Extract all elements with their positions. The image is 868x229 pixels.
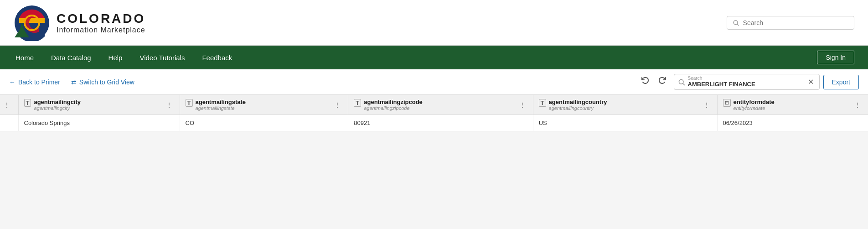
col-type-text-icon-4: T (539, 99, 546, 107)
col-header-agentmailingcountry: T agentmailingcountry agentmailingcountr… (533, 95, 717, 115)
toolbar-left: ← Back to Primer ⇄ Switch to Grid View (9, 78, 134, 86)
row-options-button[interactable]: ⋮ (2, 100, 12, 109)
col-name-agentmailingstate: agentmailingstate (196, 99, 246, 105)
col-header-agentmailingstate: T agentmailingstate agentmailingstate ⋮ (180, 95, 348, 115)
toolbar-right: Search AMBERLIGHT FINANCE ✕ Export (637, 73, 859, 90)
svg-line-8 (682, 83, 684, 85)
table-header-row: ⋮ T agentmailingcity agentmailingcity ⋮ (0, 95, 868, 115)
undo-icon (640, 76, 649, 85)
table-row: Colorado Springs CO 80921 US 06/26/2023 (0, 115, 868, 131)
col-type-grid-icon: ⊞ (723, 99, 731, 107)
col-type-text-icon-2: T (186, 99, 193, 107)
back-to-primer-link[interactable]: ← Back to Primer (9, 78, 60, 86)
site-header: COLORADO Information Marketplace (0, 0, 868, 46)
switch-to-grid-link[interactable]: ⇄ Switch to Grid View (71, 78, 134, 86)
col-menu-button-agentmailingcountry[interactable]: ⋮ (702, 100, 712, 109)
col-sub-agentmailingcity: agentmailingcity (34, 105, 81, 111)
filter-search-text: Search AMBERLIGHT FINANCE (688, 76, 806, 88)
row-menu-col-header: ⋮ (0, 95, 18, 115)
switch-to-grid-label: Switch to Grid View (79, 78, 134, 86)
row-menu-cell (0, 115, 18, 131)
svg-rect-1 (19, 18, 45, 23)
col-name-agentmailingzipcode: agentmailingzipcode (364, 99, 423, 105)
nav-video-tutorials[interactable]: Video Tutorials (138, 47, 186, 69)
filter-search-value: AMBERLIGHT FINANCE (688, 81, 806, 88)
cell-agentmailingcity: Colorado Springs (18, 115, 180, 131)
col-name-agentmailingcountry: agentmailingcountry (549, 99, 607, 105)
filter-search-label: Search (688, 76, 806, 81)
logo-area: COLORADO Information Marketplace (14, 5, 145, 41)
col-menu-button-agentmailingstate[interactable]: ⋮ (332, 100, 342, 109)
logo-subtitle: Information Marketplace (57, 26, 145, 34)
col-type-text-icon: T (24, 99, 31, 107)
col-sub-agentmailingstate: agentmailingstate (196, 105, 246, 111)
colorado-logo (14, 5, 50, 41)
toolbar: ← Back to Primer ⇄ Switch to Grid View (0, 69, 868, 95)
export-button[interactable]: Export (823, 75, 859, 89)
switch-icon: ⇄ (71, 78, 77, 86)
col-header-entityformdate: ⊞ entityformdate entityformdate ⋮ (717, 95, 868, 115)
cell-entityformdate: 06/26/2023 (717, 115, 868, 131)
nav-data-catalog[interactable]: Data Catalog (49, 47, 93, 69)
undo-button[interactable] (637, 73, 652, 90)
header-search-input[interactable] (743, 19, 848, 26)
main-navbar: Home Data Catalog Help Video Tutorials F… (0, 46, 868, 69)
cell-agentmailingcountry: US (533, 115, 717, 131)
col-sub-agentmailingcountry: agentmailingcountry (549, 105, 607, 111)
filter-search-bar[interactable]: Search AMBERLIGHT FINANCE ✕ (674, 74, 820, 90)
logo-text: COLORADO Information Marketplace (57, 11, 145, 34)
col-menu-button-agentmailingcity[interactable]: ⋮ (164, 100, 174, 109)
col-header-agentmailingzipcode: T agentmailingzipcode agentmailingzipcod… (348, 95, 533, 115)
col-sub-agentmailingzipcode: agentmailingzipcode (364, 105, 423, 111)
table-header: ⋮ T agentmailingcity agentmailingcity ⋮ (0, 95, 868, 115)
svg-line-6 (737, 24, 739, 25)
header-search-icon (733, 19, 739, 26)
data-table: ⋮ T agentmailingcity agentmailingcity ⋮ (0, 95, 868, 131)
nav-feedback[interactable]: Feedback (200, 47, 234, 69)
cell-agentmailingzipcode: 80921 (348, 115, 533, 131)
filter-search-icon (678, 78, 685, 86)
nav-home[interactable]: Home (14, 47, 36, 69)
nav-help[interactable]: Help (107, 47, 124, 69)
redo-icon (658, 76, 667, 85)
cell-agentmailingstate: CO (180, 115, 348, 131)
clear-search-button[interactable]: ✕ (806, 78, 816, 86)
col-sub-entityformdate: entityformdate (734, 105, 775, 111)
redo-button[interactable] (656, 73, 670, 90)
header-search-box[interactable] (727, 16, 854, 30)
col-header-agentmailingcity: T agentmailingcity agentmailingcity ⋮ (18, 95, 180, 115)
col-name-entityformdate: entityformdate (734, 99, 775, 105)
nav-links: Home Data Catalog Help Video Tutorials F… (14, 47, 234, 69)
back-arrow-icon: ← (9, 78, 16, 86)
col-name-agentmailingcity: agentmailingcity (34, 99, 81, 105)
data-table-area: ⋮ T agentmailingcity agentmailingcity ⋮ (0, 95, 868, 131)
table-body: Colorado Springs CO 80921 US 06/26/2023 (0, 115, 868, 131)
back-to-primer-label: Back to Primer (18, 78, 60, 86)
col-menu-button-entityformdate[interactable]: ⋮ (852, 100, 863, 109)
logo-title: COLORADO (57, 11, 145, 26)
col-menu-button-agentmailingzipcode[interactable]: ⋮ (517, 100, 527, 109)
col-type-text-icon-3: T (354, 99, 361, 107)
sign-in-button[interactable]: Sign In (817, 51, 854, 64)
